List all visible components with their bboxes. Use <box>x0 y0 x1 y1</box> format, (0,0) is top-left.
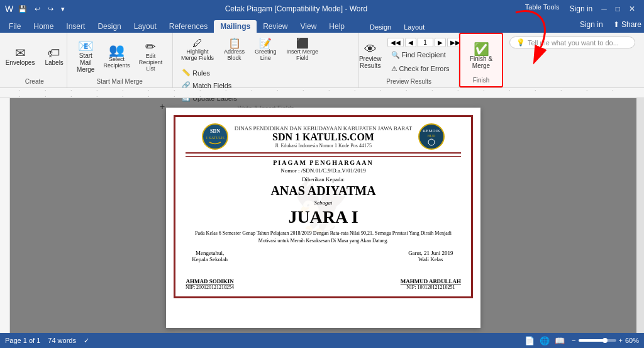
create-group-label: Create <box>25 77 44 85</box>
edit-recipient-label: Edit Recipient List <box>137 53 164 72</box>
labels-button[interactable]: 🏷 Labels <box>40 43 67 69</box>
tab-file[interactable]: File <box>3 20 27 33</box>
save-qat-button[interactable]: 💾 <box>16 4 30 14</box>
address-block-button[interactable]: 📋 Address Block <box>219 35 249 64</box>
cert-divider-top <box>186 152 461 154</box>
insert-merge-icon: ⬛ <box>296 38 309 48</box>
cert-award: JUARA I <box>186 207 461 227</box>
zoom-thumb <box>602 338 608 343</box>
start-mail-merge-button[interactable]: 📧 Start Mail Merge <box>71 36 101 76</box>
tab-design[interactable]: Design <box>91 20 127 33</box>
wali-kelas-label: Wali Kelas <box>401 256 461 262</box>
status-bar: Page 1 of 1 74 words ✓ 📄 🌐 📖 − + 60% <box>0 333 644 348</box>
greeting-icon: 📝 <box>259 38 272 48</box>
address-block-icon: 📋 <box>228 38 241 48</box>
nav-current-input[interactable] <box>418 38 433 47</box>
rules-label: Rules <box>192 69 210 77</box>
right-logo: KEMDIK BUD <box>418 123 445 150</box>
finish-merge-button[interactable]: ✅ Finish & Merge <box>465 40 497 72</box>
ruler: · · · · · · · · · · · · · · · · · · · · … <box>0 88 644 98</box>
redo-qat-button[interactable]: ↪ <box>45 4 56 14</box>
cert-header-text: DINAS PENDIDIKAN DAN KEBUDAYAAN KABUPATE… <box>235 125 413 149</box>
nav-next-button[interactable]: ▶ <box>435 38 446 47</box>
select-recipients-icon: 👥 <box>109 43 125 56</box>
find-recipient-icon: 🔍 <box>391 51 400 59</box>
cert-title: PIAGAM PENGHARGAAN <box>186 159 461 166</box>
left-ruler <box>0 98 10 333</box>
insert-merge-field-label: Insert Merge Field <box>287 48 319 61</box>
highlight-icon: 🖊 <box>192 38 203 48</box>
restore-button[interactable]: □ <box>612 3 624 14</box>
tell-me-bar[interactable]: 💡 Tell me what you want to do... <box>509 36 635 48</box>
minimize-button[interactable]: ─ <box>597 3 611 14</box>
cert-recipient-name: ANAS ADIYATMA <box>186 184 461 198</box>
status-left: Page 1 of 1 74 words ✓ <box>5 337 89 345</box>
sign-in-button[interactable]: Sign in <box>574 18 609 31</box>
rules-icon: 📏 <box>182 69 191 77</box>
print-layout-button[interactable]: 📄 <box>523 335 536 346</box>
principal-name: AHMAD SODIKIN <box>186 278 234 284</box>
tab-mailings[interactable]: Mailings <box>214 20 257 33</box>
close-button[interactable]: ✕ <box>625 3 639 14</box>
zoom-slider[interactable] <box>579 339 616 342</box>
svg-text:KEMDIK: KEMDIK <box>423 128 440 133</box>
svg-text:BUD: BUD <box>428 134 436 138</box>
tab-review[interactable]: Review <box>257 20 294 33</box>
tab-references[interactable]: References <box>163 20 214 33</box>
undo-qat-button[interactable]: ↩ <box>32 4 43 14</box>
svg-text:SDN: SDN <box>210 128 220 134</box>
zoom-out-icon[interactable]: − <box>572 337 575 344</box>
svg-text:1 KATULIS: 1 KATULIS <box>206 136 225 140</box>
check-errors-label: Check for Errors <box>399 65 450 72</box>
tab-home[interactable]: Home <box>27 20 60 33</box>
navigation-controls: ◀◀ ◀ ▶ ▶▶ <box>387 38 464 47</box>
preview-results-label: Preview Results <box>359 55 382 69</box>
preview-group-label: Preview Results <box>386 77 431 85</box>
edit-recipient-list-button[interactable]: ✏ Edit Recipient List <box>133 37 169 75</box>
nav-first-button[interactable]: ◀◀ <box>387 38 404 47</box>
labels-icon: 🏷 <box>48 47 60 59</box>
rules-button[interactable]: 📏 Rules <box>178 67 241 79</box>
ribbon-group-write-insert: 🖊 Highlight Merge Fields 📋 Address Block… <box>173 33 359 87</box>
web-layout-button[interactable]: 🌐 <box>538 335 552 346</box>
kepala-sekolah-label: Kepala Sekolah <box>186 256 234 262</box>
envelopes-button[interactable]: ✉ Envelopes <box>1 43 40 69</box>
window-controls: Table Tools Sign in ─ □ ✕ <box>525 3 639 14</box>
tab-table-design[interactable]: Design <box>364 21 397 33</box>
start-mail-merge-items: 📧 Start Mail Merge 👥 Select Recipients ✏… <box>71 35 169 77</box>
select-recipients-label: Select Recipients <box>104 56 130 69</box>
page-info: Page 1 of 1 <box>5 337 40 344</box>
preview-results-button[interactable]: 👁 Preview Results <box>355 40 386 72</box>
document-page[interactable]: 🦅 SDN 1 KATULIS DINAS PENDIDI <box>166 108 480 328</box>
window-title: Cetak Piagam [Compatibility Mode] - Word <box>67 4 525 13</box>
find-recipient-button[interactable]: 🔍 Find Recipient <box>387 49 464 61</box>
quick-access-toolbar: W 💾 ↩ ↪ ▾ <box>5 4 67 14</box>
tab-help[interactable]: Help <box>323 20 351 33</box>
read-mode-button[interactable]: 📖 <box>553 335 567 346</box>
left-logo: SDN 1 KATULIS <box>202 123 228 150</box>
highlight-merge-fields-button[interactable]: 🖊 Highlight Merge Fields <box>177 35 218 64</box>
finish-items: ✅ Finish & Merge <box>465 36 497 76</box>
start-mail-merge-icon: 📧 <box>78 40 94 52</box>
zoom-in-icon[interactable]: + <box>619 337 623 344</box>
insert-merge-field-button[interactable]: ⬛ Insert Merge Field <box>282 35 323 64</box>
cert-gov: DINAS PENDIDIKAN DAN KEBUDAYAAN KABUPATE… <box>235 125 413 132</box>
finish-merge-icon: ✅ <box>474 43 489 55</box>
tab-view[interactable]: View <box>294 20 323 33</box>
finish-merge-label: Finish & Merge <box>470 55 492 69</box>
address-block-label: Address Block <box>224 48 245 61</box>
vertical-scrollbar[interactable] <box>636 98 644 333</box>
envelopes-label: Envelopes <box>6 59 35 66</box>
select-recipients-button[interactable]: 👥 Select Recipients <box>102 40 131 72</box>
zoom-controls: − + 60% <box>572 337 639 344</box>
nav-prev-button[interactable]: ◀ <box>405 38 416 47</box>
envelopes-icon: ✉ <box>15 47 26 59</box>
greeting-line-button[interactable]: 📝 Greeting Line <box>250 35 281 64</box>
tab-insert[interactable]: Insert <box>60 20 91 33</box>
tab-table-layout[interactable]: Layout <box>397 21 431 33</box>
check-errors-button[interactable]: ⚠ Check for Errors <box>387 63 464 75</box>
tab-layout[interactable]: Layout <box>128 20 163 33</box>
sign-in-title-button[interactable]: Sign in <box>566 3 597 14</box>
highlight-merge-fields-label: Highlight Merge Fields <box>181 48 214 61</box>
qat-dropdown-button[interactable]: ▾ <box>58 4 67 14</box>
